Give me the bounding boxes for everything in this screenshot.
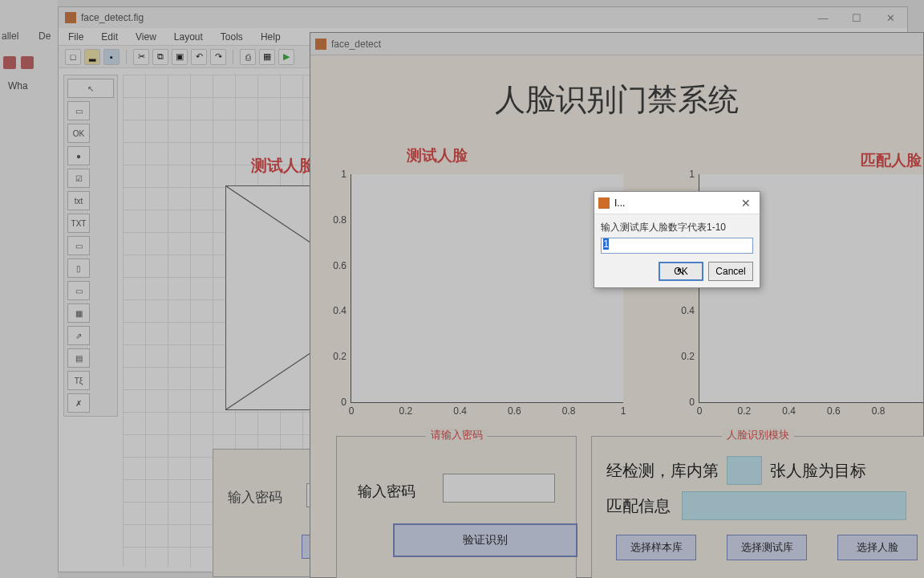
guide-title-text: face_detect.fig: [81, 12, 144, 23]
result-text-a: 经检测，库内第: [606, 460, 719, 482]
match-face-title: 匹配人脸: [861, 150, 922, 171]
password-label: 输入密码: [228, 488, 282, 507]
component-palette: ↖ ▭ OK ● ☑ txt TXT ▭ ▯ ▭ ▦ ⇗ ▤ Tξ ✗: [63, 75, 118, 417]
toolstrip-tab: allel: [2, 31, 18, 42]
test-face-axes: 1 0.8 0.6 0.4 0.2 0 0 0.2 0.4 0.6 0.8 1: [351, 174, 623, 403]
select-face-button[interactable]: 选择人脸: [837, 535, 918, 560]
axes-tool[interactable]: ⇗: [67, 326, 90, 345]
xtick: 0.2: [737, 405, 751, 417]
align-icon[interactable]: ▦: [259, 49, 275, 65]
dialog-title-text: I...: [614, 197, 625, 209]
select-sample-button[interactable]: 选择样本库: [616, 535, 696, 560]
ytick: 0.2: [333, 351, 346, 362]
menu-file[interactable]: File: [68, 31, 83, 43]
checkbox-tool[interactable]: ☑: [67, 169, 90, 188]
xtick: 0.2: [399, 405, 412, 417]
xtick: 0.4: [782, 405, 796, 417]
ytick: 0.4: [681, 305, 695, 316]
xtick: 0: [349, 405, 355, 417]
ytick: 0: [341, 397, 346, 408]
ytick: 0.6: [333, 260, 346, 271]
text-tool[interactable]: TXT: [67, 214, 90, 233]
matlab-icon: [598, 197, 610, 209]
close-button[interactable]: ✕: [873, 7, 907, 28]
undo-icon[interactable]: ↶: [191, 49, 207, 65]
dialog-titlebar[interactable]: I... ✕: [594, 192, 760, 214]
app-heading: 人脸识别门禁系统: [310, 79, 923, 120]
run-icon[interactable]: ▶: [278, 49, 294, 65]
xtick: 0: [697, 405, 703, 417]
cancel-button[interactable]: Cancel: [708, 262, 753, 281]
result-text-b: 张人脸为目标: [770, 460, 866, 482]
select-test-button[interactable]: 选择测试库: [727, 535, 807, 560]
radio-tool[interactable]: ●: [67, 146, 90, 165]
panel-title: 人脸识别模块: [722, 428, 794, 442]
minimize-button[interactable]: —: [806, 7, 840, 28]
xtick: 0.8: [562, 405, 576, 417]
match-info-field: [682, 491, 906, 520]
dialog-close-button[interactable]: ✕: [732, 197, 760, 210]
recognition-panel: 人脸识别模块 经检测，库内第 张人脸为目标 匹配信息 选择样本库 选择测试库 选…: [591, 436, 924, 578]
pushbutton-tool[interactable]: ▭: [67, 101, 90, 120]
menu-view[interactable]: View: [136, 31, 156, 43]
test-face-title: 测试人脸: [407, 145, 468, 166]
result-index-field: [727, 456, 762, 485]
paste-icon[interactable]: ▣: [172, 49, 188, 65]
menu-edit[interactable]: Edit: [101, 31, 118, 43]
listbox-tool[interactable]: ▯: [67, 258, 90, 278]
ytick: 0.4: [333, 305, 346, 316]
redo-icon[interactable]: ↷: [210, 49, 226, 65]
matlab-icon: [315, 39, 326, 50]
guide-titlebar: face_detect.fig — ☐ ✕: [59, 7, 907, 28]
whatsnew-fragment: Wha: [8, 80, 28, 92]
ok-button[interactable]: OK ↖: [659, 262, 703, 281]
slider-tool[interactable]: OK: [67, 124, 90, 143]
figure-title-text: face_detect: [331, 39, 381, 50]
xtick: 1: [621, 405, 626, 417]
buttongroup-tool[interactable]: Tξ: [67, 371, 90, 390]
save-icon[interactable]: ▪: [103, 49, 120, 65]
toolstrip-tab: De: [38, 31, 51, 42]
ytick: 0.8: [333, 214, 346, 226]
copy-icon[interactable]: ⧉: [152, 49, 168, 65]
popup-tool[interactable]: ▭: [67, 236, 90, 255]
menu-tools[interactable]: Tools: [221, 31, 243, 43]
password-label: 输入密码: [358, 482, 415, 501]
menu-layout[interactable]: Layout: [174, 31, 203, 43]
ytick: 1: [341, 169, 346, 180]
menu-help[interactable]: Help: [261, 31, 281, 43]
xtick: 0.6: [508, 405, 521, 417]
verify-button[interactable]: 验证识别: [393, 523, 578, 557]
dialog-input[interactable]: 1: [601, 238, 753, 254]
figure-titlebar: face_detect: [310, 33, 923, 55]
new-icon[interactable]: □: [65, 49, 81, 65]
toolstrip-icons: [3, 56, 34, 69]
table-tool[interactable]: ▦: [67, 303, 90, 323]
password-input[interactable]: [443, 474, 555, 503]
cut-icon[interactable]: ✂: [133, 49, 149, 65]
open-icon[interactable]: ▂: [84, 49, 100, 65]
panel-title: 请输入密码: [426, 428, 488, 442]
toggle-tool[interactable]: ▭: [67, 281, 90, 300]
matlab-toolstrip-fragment: allel De Wha: [0, 0, 58, 578]
maximize-button[interactable]: ☐: [840, 7, 873, 28]
dialog-prompt: 输入测试库人脸数字代表1-10: [601, 221, 753, 234]
match-info-label: 匹配信息: [606, 495, 671, 517]
ytick: 0: [689, 397, 695, 408]
xtick: 0.6: [827, 405, 841, 417]
select-tool[interactable]: ↖: [67, 79, 114, 98]
edit-tool[interactable]: txt: [67, 191, 90, 210]
activex-tool[interactable]: ✗: [67, 393, 90, 413]
figure-window: face_detect 人脸识别门禁系统 测试人脸 匹配人脸 1 0.8 0.6…: [310, 32, 924, 578]
ytick: 0.2: [681, 351, 695, 362]
panel-tool[interactable]: ▤: [67, 348, 90, 368]
input-dialog: I... ✕ 输入测试库人脸数字代表1-10 1 OK ↖ Cancel: [594, 191, 760, 288]
password-panel: 请输入密码 输入密码 验证识别: [336, 436, 577, 578]
xtick: 0.8: [872, 405, 886, 417]
ytick: 1: [689, 169, 695, 180]
xtick: 0.4: [453, 405, 467, 417]
guide-axes-title: 测试人脸: [251, 155, 315, 177]
print-icon[interactable]: ⎙: [240, 49, 256, 65]
matlab-icon: [65, 12, 76, 23]
